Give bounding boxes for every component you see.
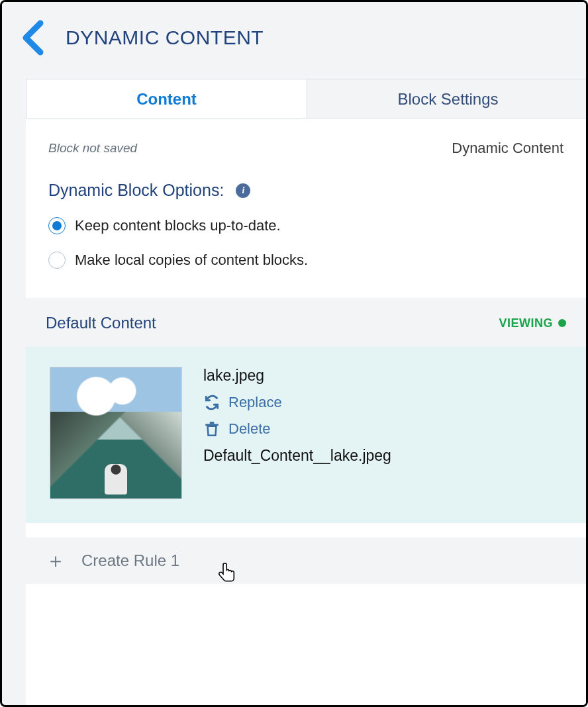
tab-block-settings[interactable]: Block Settings: [307, 79, 588, 118]
radio-input-local-copies[interactable]: [48, 252, 66, 269]
status-dot-icon: [558, 319, 566, 327]
plus-icon: ＋: [46, 551, 66, 571]
file-name: lake.jpeg: [203, 367, 391, 385]
viewing-text: VIEWING: [499, 316, 553, 330]
replace-icon: [203, 394, 220, 411]
radio-keep-updated[interactable]: Keep content blocks up-to-date.: [48, 217, 564, 234]
create-rule-label: Create Rule 1: [81, 551, 179, 570]
block-type-label: Dynamic Content: [452, 140, 564, 157]
radio-label: Make local copies of content blocks.: [75, 252, 308, 269]
info-icon[interactable]: i: [236, 183, 250, 198]
save-status: Block not saved: [48, 141, 137, 156]
radio-local-copies[interactable]: Make local copies of content blocks.: [48, 252, 564, 269]
delete-button[interactable]: Delete: [203, 420, 391, 438]
back-icon[interactable]: [21, 19, 47, 56]
default-content-heading: Default Content: [46, 314, 156, 332]
cursor-icon: [218, 561, 238, 587]
svg-rect-1: [210, 422, 215, 424]
radio-input-keep-updated[interactable]: [48, 217, 66, 234]
viewing-badge: VIEWING: [499, 316, 566, 330]
options-heading: Dynamic Block Options:: [48, 181, 224, 200]
trash-icon: [203, 420, 220, 438]
replace-label: Replace: [228, 394, 282, 411]
content-thumbnail[interactable]: [50, 367, 182, 499]
file-path: Default_Content__lake.jpeg: [203, 447, 391, 465]
radio-label: Keep content blocks up-to-date.: [75, 217, 281, 234]
default-content-card: lake.jpeg Replace: [26, 347, 586, 523]
delete-label: Delete: [228, 420, 271, 438]
page-title: DYNAMIC CONTENT: [66, 26, 264, 49]
tab-content[interactable]: Content: [26, 79, 307, 118]
create-rule-button[interactable]: ＋ Create Rule 1: [26, 538, 586, 584]
replace-button[interactable]: Replace: [203, 394, 391, 411]
